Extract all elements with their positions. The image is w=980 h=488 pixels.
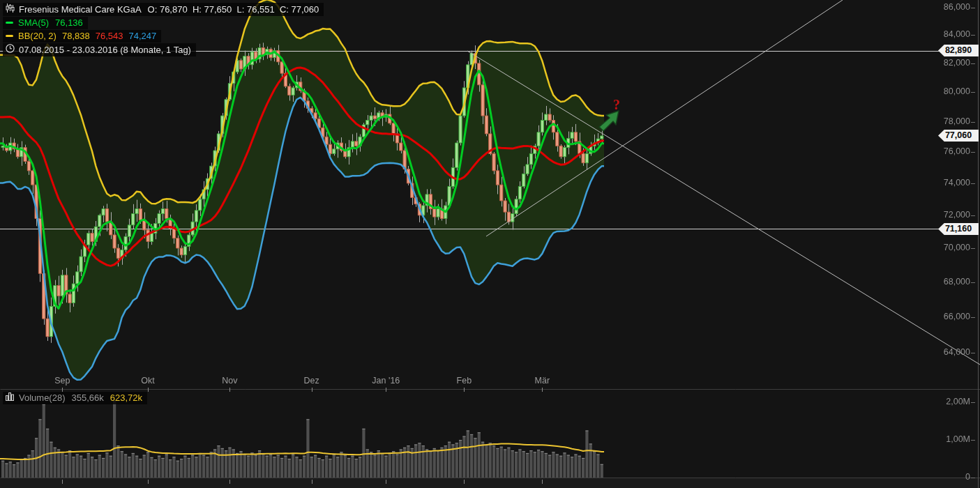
bb-middle-value: 76,543 (96, 31, 123, 41)
horizontal-level-tag-lower[interactable]: 71,160 (938, 223, 979, 235)
bb-upper-value: 78,838 (62, 31, 90, 41)
y-axis-tick-label: 70,000 (930, 243, 970, 252)
volume-axis-tick-label: 0 (930, 472, 970, 482)
volume-ma-value: 623,72k (110, 392, 142, 403)
date-range-text: 07.08.2015 - 23.03.2016 (8 Monate, 1 Tag… (19, 45, 191, 55)
sma-line-icon (6, 22, 13, 24)
clock-icon (6, 44, 15, 55)
x-axis-label: Jan '16 (372, 376, 400, 386)
chart-window: Fresenius Medical Care KGaA O: 76,870 H:… (0, 0, 980, 488)
instrument-legend-row[interactable]: Fresenius Medical Care KGaA O: 76,870 H:… (3, 3, 324, 16)
y-axis-tick-label: 82,000 (930, 58, 970, 68)
x-axis-label: Nov (222, 376, 237, 386)
block-arrow-up-right-icon (596, 108, 624, 136)
x-axis-label: Dez (304, 376, 319, 386)
volume-bars-icon (6, 392, 15, 403)
volume-current-value: 355,66k (71, 392, 103, 403)
volume-legend-row[interactable]: Volume(28) 355,66k 623,72k (3, 392, 147, 404)
volume-axis-tick-label: 2,00M (930, 397, 970, 406)
chart-legend: Fresenius Medical Care KGaA O: 76,870 H:… (3, 3, 324, 57)
sma-value: 76,136 (55, 17, 83, 28)
candlestick-series-icon (6, 3, 15, 15)
up-arrow-annotation[interactable] (596, 108, 624, 139)
last-price-tag: 77,060 (938, 130, 979, 142)
sma-label: SMA(5) (18, 17, 49, 28)
bb-lower-value: 74,247 (128, 31, 156, 41)
bb-line-icon (6, 35, 13, 37)
instrument-title: Fresenius Medical Care KGaA (19, 4, 142, 15)
volume-axis-tick-label: 1,00M (930, 434, 970, 444)
y-axis-tick-label: 72,000 (930, 210, 970, 220)
y-axis-tick-label: 86,000 (930, 2, 970, 12)
y-axis-tick-label: 66,000 (930, 312, 970, 321)
y-axis-tick-label: 76,000 (930, 146, 970, 156)
x-axis-label: Okt (141, 376, 154, 386)
x-axis-label: Feb (457, 376, 472, 386)
x-axis-label: Sep (54, 376, 70, 386)
y-axis-tick-label: 80,000 (930, 86, 970, 96)
y-axis-tick-label: 78,000 (930, 116, 970, 126)
date-range-row[interactable]: 07.08.2015 - 23.03.2016 (8 Monate, 1 Tag… (3, 43, 196, 56)
x-axis-label: Mär (535, 376, 550, 386)
bb-legend-row[interactable]: BB(20, 2) 78,838 76,543 74,247 (3, 30, 161, 43)
volume-label: Volume(28) (19, 392, 65, 403)
y-axis-tick-label: 64,000 (930, 347, 970, 357)
sma-legend-row[interactable]: SMA(5) 76,136 (3, 17, 88, 29)
y-axis-tick-label: 68,000 (930, 277, 970, 287)
bb-label: BB(20, 2) (18, 31, 56, 41)
y-axis-tick-label: 74,000 (930, 178, 970, 188)
ohlc-values: O: 76,870 H: 77,650 L: 76,551 C: 77,060 (148, 4, 319, 15)
horizontal-level-tag-upper[interactable]: 82,890 (938, 45, 979, 56)
price-volume-chart-canvas[interactable] (0, 0, 980, 488)
y-axis-tick-label: 84,000 (930, 29, 970, 39)
